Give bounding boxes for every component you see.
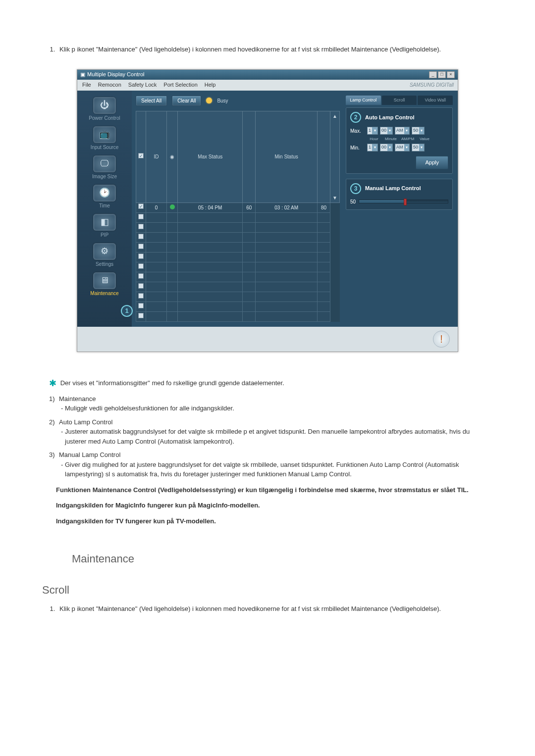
busy-label: Busy [217, 97, 228, 104]
chevron-down-icon: ▾ [404, 144, 410, 151]
col-min-status: Min Status [256, 111, 318, 202]
select-all-button[interactable]: Select All [136, 96, 167, 106]
col-max-status: Max Status [178, 111, 243, 202]
sidebar-item-settings[interactable]: ⚙ Settings [82, 242, 127, 269]
input-source-icon: 📺 [93, 126, 116, 143]
sidebar: ⏻ Power Control 📺 Input Source 🖵 Image S… [77, 91, 132, 327]
col-status-icon: ◉ [167, 111, 178, 202]
min-label: Min. [350, 144, 365, 151]
cell-min-val: 80 [318, 202, 330, 212]
power-icon: ⏻ [93, 97, 116, 114]
max-value-select[interactable]: 50▾ [412, 127, 425, 135]
max-hour-select[interactable]: 1▾ [367, 127, 378, 135]
sidebar-item-power-control[interactable]: ⏻ Power Control [82, 96, 127, 123]
apply-button[interactable]: Apply [416, 156, 448, 169]
tab-scroll[interactable]: Scroll [382, 96, 417, 105]
auto-lamp-panel: 2 Auto Lamp Control Max. 1▾ 00▾ AM▾ 50▾ … [346, 107, 453, 174]
col-max-val [243, 111, 256, 202]
min-minute-select[interactable]: 00▾ [380, 144, 393, 151]
close-button[interactable]: × [447, 71, 455, 78]
sub-ampm: AM/PM [401, 136, 415, 142]
col-min-val [318, 111, 330, 202]
menu-file[interactable]: File [82, 81, 91, 89]
table-row [136, 272, 340, 282]
menu-port-selection[interactable]: Port Selection [163, 81, 197, 89]
sidebar-item-maintenance[interactable]: 🖥 Maintenance [82, 271, 127, 298]
chevron-down-icon: ▾ [387, 127, 392, 134]
time-icon: 🕑 [93, 185, 116, 202]
cell-id: 0 [146, 202, 167, 212]
table-row[interactable]: 0 05 : 04 PM 60 03 : 02 AM 80 [136, 202, 340, 212]
menu-safety-lock[interactable]: Safety Lock [128, 81, 157, 89]
sidebar-label: Time [99, 203, 110, 208]
sidebar-label: Power Control [89, 115, 120, 121]
auto-lamp-title: Auto Lamp Control [365, 113, 415, 122]
busy-indicator-icon [206, 98, 212, 103]
sidebar-label: Maintenance [90, 291, 118, 296]
cell-min-status: 03 : 02 AM [256, 202, 318, 212]
sub-value: Value [418, 136, 431, 142]
chevron-down-icon: ▾ [372, 127, 377, 134]
settings-icon: ⚙ [93, 243, 116, 260]
menubar: File Remocon Safety Lock Port Selection … [77, 80, 458, 91]
clear-all-button[interactable]: Clear All [172, 96, 201, 106]
manual-lamp-panel: 3 Manual Lamp Control 50 [346, 179, 453, 210]
table-row [136, 232, 340, 242]
tab-video-wall[interactable]: Video Wall [418, 96, 453, 105]
max-ampm-select[interactable]: AM▾ [395, 127, 410, 135]
table-row [136, 242, 340, 252]
sidebar-item-pip[interactable]: ◧ PIP [82, 212, 127, 240]
grid-scrollbar[interactable]: ▲▼ [330, 111, 340, 202]
star-note: ✱ Der vises et "informationsgitter" med … [49, 377, 493, 390]
manual-lamp-slider[interactable] [359, 200, 448, 203]
bold-note-2: Indgangskilden for MagicInfo fungerer ku… [56, 501, 486, 510]
pip-icon: ◧ [93, 214, 116, 231]
feature-maintenance: 1)Maintenance - Muliggłr vedli geholdels… [49, 394, 493, 413]
table-row [136, 302, 340, 311]
table-row [136, 311, 340, 321]
heading-scroll: Scroll [42, 582, 493, 598]
max-minute-select[interactable]: 00▾ [380, 127, 393, 135]
status-dot-icon [170, 204, 175, 209]
max-label: Max. [350, 127, 365, 135]
bold-note-1: Funktionen Maintenance Control (Vedligeh… [56, 485, 486, 495]
minimize-button[interactable]: _ [429, 71, 437, 78]
chevron-down-icon: ▾ [372, 144, 377, 151]
table-row [136, 222, 340, 232]
menu-help[interactable]: Help [205, 81, 216, 89]
callout-2: 2 [350, 112, 361, 123]
right-panel: Lamp Control Scroll Video Wall 2 Auto La… [344, 91, 458, 327]
table-row [136, 292, 340, 302]
app-icon: ▣ [80, 70, 85, 79]
col-id: ID [146, 111, 167, 202]
feature-manual-lamp: 3)Manual Lamp Control - Giver dig muligh… [49, 450, 493, 479]
sidebar-item-input-source[interactable]: 📺 Input Source [82, 125, 127, 152]
manual-value-label: 50 [350, 198, 356, 205]
status-bar: ! [77, 327, 458, 352]
maintenance-icon: 🖥 [93, 272, 116, 289]
maximize-button[interactable]: □ [438, 71, 446, 78]
star-icon: ✱ [49, 378, 56, 388]
bold-note-3: Indgangskilden for TV fungerer kun på TV… [56, 516, 486, 526]
manual-lamp-title: Manual Lamp Control [365, 184, 421, 193]
sidebar-item-time[interactable]: 🕑 Time [82, 183, 127, 210]
sidebar-label: Settings [96, 261, 113, 267]
info-grid: ID ◉ Max Status Min Status ▲▼ 0 05 : [136, 111, 340, 322]
menu-remocon[interactable]: Remocon [98, 81, 121, 89]
sub-hour: Hour [367, 136, 381, 142]
table-row [136, 282, 340, 292]
cell-max-status: 05 : 04 PM [178, 202, 243, 212]
slider-knob-icon[interactable] [404, 199, 407, 205]
sub-minute: Minute [384, 136, 398, 142]
col-checkbox[interactable] [136, 111, 146, 202]
min-hour-select[interactable]: 1▾ [367, 144, 378, 151]
tab-lamp-control[interactable]: Lamp Control [346, 96, 381, 105]
row-checkbox[interactable] [138, 203, 144, 209]
min-value-select[interactable]: 50▾ [412, 144, 425, 151]
sidebar-label: Image Size [92, 174, 117, 179]
chevron-down-icon: ▾ [387, 144, 392, 151]
sidebar-item-image-size[interactable]: 🖵 Image Size [82, 154, 127, 181]
app-window: ▣ Multiple Display Control _ □ × File Re… [77, 69, 458, 352]
table-row [136, 262, 340, 272]
min-ampm-select[interactable]: AM▾ [395, 144, 410, 151]
